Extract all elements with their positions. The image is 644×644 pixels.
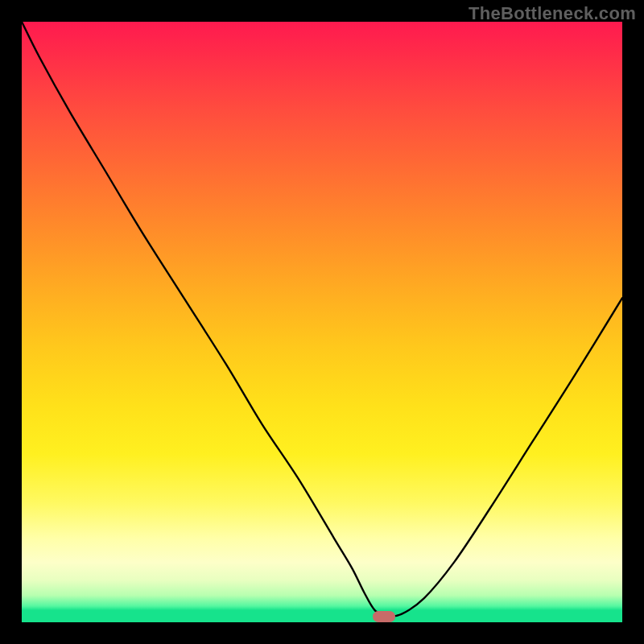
watermark-text: TheBottleneck.com	[469, 3, 636, 24]
plot-area	[22, 22, 622, 622]
chart-frame: TheBottleneck.com	[0, 0, 644, 644]
optimum-marker	[373, 611, 395, 622]
bottleneck-curve	[22, 22, 622, 622]
